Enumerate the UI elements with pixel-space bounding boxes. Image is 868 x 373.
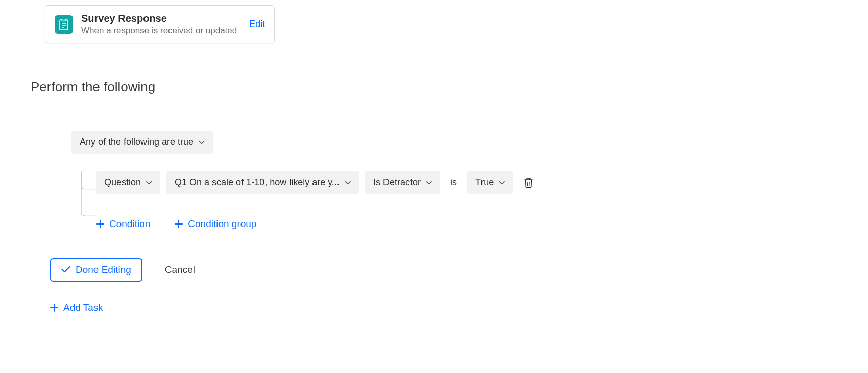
add-task-button[interactable]: Add Task — [50, 302, 103, 313]
plus-icon — [175, 220, 183, 228]
chevron-down-icon — [499, 181, 505, 185]
done-label: Done Editing — [76, 264, 131, 276]
operator-dropdown[interactable]: Any of the following are true — [71, 131, 213, 154]
property-label: Is Detractor — [373, 177, 421, 188]
bottom-divider — [0, 355, 868, 355]
add-row: Condition Condition group — [96, 218, 837, 230]
trigger-text: Survey Response When a response is recei… — [81, 13, 237, 36]
field-type-label: Question — [104, 177, 141, 188]
add-task-label: Add Task — [63, 302, 103, 313]
operator-label: Any of the following are true — [80, 137, 194, 147]
trash-icon — [523, 177, 534, 188]
field-type-dropdown[interactable]: Question — [96, 171, 160, 194]
done-editing-button[interactable]: Done Editing — [50, 258, 142, 282]
delete-condition-button[interactable] — [523, 177, 534, 188]
trigger-subtitle: When a response is received or updated — [81, 26, 237, 36]
trigger-card: Survey Response When a response is recei… — [45, 5, 275, 43]
section-heading: Perform the following — [31, 79, 837, 95]
check-icon — [61, 264, 70, 276]
plus-icon — [96, 220, 104, 228]
add-condition-button[interactable]: Condition — [96, 218, 150, 230]
plus-icon — [50, 304, 58, 312]
add-condition-label: Condition — [109, 218, 150, 230]
chevron-down-icon — [345, 181, 351, 185]
comparator-text: is — [446, 177, 461, 188]
value-label: True — [475, 177, 494, 188]
trigger-title: Survey Response — [81, 13, 237, 24]
chevron-down-icon — [146, 181, 152, 185]
tree-connector — [81, 171, 96, 230]
chevron-down-icon — [199, 140, 205, 144]
clipboard-icon — [55, 15, 73, 34]
question-dropdown[interactable]: Q1 On a scale of 1-10, how likely are y.… — [166, 171, 359, 194]
cancel-button[interactable]: Cancel — [165, 264, 195, 276]
condition-block: Any of the following are true Question Q… — [71, 131, 837, 230]
edit-link[interactable]: Edit — [249, 19, 265, 30]
property-dropdown[interactable]: Is Detractor — [365, 171, 440, 194]
condition-children: Question Q1 On a scale of 1-10, how like… — [81, 171, 837, 230]
add-condition-group-button[interactable]: Condition group — [175, 218, 256, 230]
question-label: Q1 On a scale of 1-10, how likely are y.… — [175, 177, 340, 188]
chevron-down-icon — [426, 181, 432, 185]
add-condition-group-label: Condition group — [188, 218, 256, 230]
condition-row: Question Q1 On a scale of 1-10, how like… — [96, 171, 837, 194]
action-row: Done Editing Cancel — [50, 258, 837, 282]
svg-rect-1 — [62, 19, 66, 21]
add-task-row: Add Task — [50, 302, 837, 314]
value-dropdown[interactable]: True — [467, 171, 513, 194]
